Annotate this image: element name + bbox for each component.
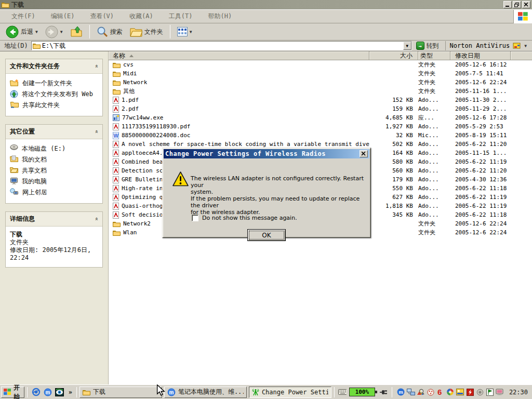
exe-icon: [113, 114, 119, 121]
file-row[interactable]: Network文件夹2005-12-6 22:24: [109, 78, 532, 87]
menu-edit[interactable]: 编辑(E): [44, 10, 82, 23]
close-button[interactable]: [522, 1, 530, 8]
sidebar-item[interactable]: 我的电脑: [10, 176, 99, 187]
dialog-title: Change Power Settings of Wireless Radios: [165, 150, 360, 157]
address-input[interactable]: [42, 42, 403, 49]
column-header-date[interactable]: 修改日期: [450, 51, 511, 60]
checkbox-label: Do not show this message again.: [202, 215, 297, 221]
speaker-icon[interactable]: [476, 388, 484, 396]
sidebar-item[interactable]: 本地磁盘 (E:): [10, 143, 99, 154]
ok-button[interactable]: OK: [247, 229, 286, 241]
dialog-message: The wireless LAN adapter is not configur…: [191, 175, 367, 216]
sidebar-item[interactable]: 将这个文件夹发布到 Web: [10, 89, 99, 100]
menu-favorites[interactable]: 收藏(A): [122, 10, 161, 23]
file-row[interactable]: 1117335199118930.pdf1,927 KBAdo...2005-5…: [109, 122, 532, 131]
panel-title: 文件和文件夹任务: [10, 62, 95, 71]
file-row[interactable]: W8850000000224008.doc32 KBMic...2005-8-1…: [109, 131, 532, 140]
column-header-name[interactable]: 名称: [109, 51, 369, 60]
address-bar: 地址(D) ▼ → 转到 Norton AntiVirus ▼: [0, 41, 532, 51]
taskbar-separator: [334, 387, 335, 397]
menu-help[interactable]: 帮助(H): [201, 10, 239, 23]
maxthon-tray-icon[interactable]: m: [397, 388, 405, 396]
panel-header-file-tasks[interactable]: 文件和文件夹任务»: [6, 59, 102, 74]
norton-lightning-icon[interactable]: [466, 388, 474, 396]
address-combo[interactable]: ▼: [31, 41, 412, 50]
file-row[interactable]: Midi文件夹2005-7-5 11:41: [109, 69, 532, 78]
menu-view[interactable]: 查看(V): [83, 10, 121, 23]
file-name: Combined beam: [122, 158, 166, 165]
file-row[interactable]: 1.pdf152 KBAdo...2005-11-30 2...: [109, 96, 532, 104]
red-six-icon[interactable]: 6: [436, 388, 445, 396]
network-computers-icon[interactable]: [407, 388, 415, 396]
back-icon: [6, 25, 19, 38]
task-button-notebook-doc[interactable]: m笔记本电脑使用、维...: [164, 387, 247, 398]
panel-header-other-places[interactable]: 其它位置»: [6, 125, 102, 139]
quick-launch-acdsee[interactable]: [55, 388, 64, 396]
start-button[interactable]: 开始: [1, 387, 24, 398]
column-header-size[interactable]: 大小: [369, 51, 418, 60]
panel-details: 详细信息»下载文件夹修改日期: 2005年12月6日,22:24: [5, 211, 103, 268]
color-magnifier-icon[interactable]: [417, 388, 425, 396]
back-dropdown-icon[interactable]: ▼: [35, 30, 38, 34]
task-button-change-power[interactable]: Change Power Settin...: [249, 387, 331, 398]
dialog-close-button[interactable]: [360, 150, 368, 157]
go-button[interactable]: → 转到: [415, 41, 442, 51]
panel-header-details[interactable]: 详细信息»: [6, 212, 102, 227]
sidebar-item[interactable]: 网上邻居: [10, 187, 99, 198]
sort-ascending-icon: [129, 55, 134, 57]
menu-tools[interactable]: 工具(T): [162, 10, 200, 23]
minimize-button[interactable]: [503, 1, 512, 8]
file-row[interactable]: cvs文件夹2005-12-6 16:12: [109, 60, 532, 69]
forward-button[interactable]: ▼: [43, 24, 65, 39]
dotted-ball-icon[interactable]: [427, 388, 435, 396]
maxthon-icon: m: [44, 388, 52, 396]
quick-launch-ie[interactable]: [32, 388, 41, 396]
dialog-titlebar[interactable]: Change Power Settings of Wireless Radios: [164, 149, 369, 158]
file-size-cell: 159 KB: [369, 104, 418, 113]
restore-button[interactable]: [513, 1, 521, 8]
wireless-icon: [252, 388, 259, 396]
task-button-downloads[interactable]: 下载: [79, 387, 162, 398]
norton-antivirus-menu[interactable]: Norton AntiVirus ▼: [445, 41, 531, 50]
do-not-show-checkbox[interactable]: [192, 215, 198, 221]
flag-monitor-icon[interactable]: [486, 388, 494, 396]
pdf-icon: [113, 194, 119, 201]
pdf-icon: [113, 176, 119, 183]
folders-button[interactable]: 文件夹: [127, 25, 166, 38]
up-button[interactable]: [68, 25, 85, 38]
views-button[interactable]: ▼: [175, 26, 195, 37]
views-dropdown-icon[interactable]: ▼: [190, 30, 192, 34]
sidebar-item-label: 本地磁盘 (E:): [22, 145, 65, 153]
battery-indicator[interactable]: 100%: [349, 388, 388, 396]
ac-plug-icon: [380, 389, 388, 395]
file-size-cell: 4,685 KB: [369, 113, 418, 122]
display-panel-icon[interactable]: [456, 388, 464, 396]
file-row[interactable]: 其他文件夹2005-11-16 1...: [109, 87, 532, 96]
sidebar-item[interactable]: 共享此文件夹: [10, 100, 99, 111]
back-button[interactable]: 后退 ▼: [3, 24, 41, 39]
file-name: 2.pdf: [122, 105, 139, 112]
file-name: 1.pdf: [122, 97, 139, 103]
norton-dropdown-icon[interactable]: ▼: [524, 44, 527, 48]
sidebar-item-label: 网上邻居: [22, 189, 47, 196]
keyboard-icon[interactable]: [338, 388, 347, 396]
folder-icon: [113, 62, 121, 68]
forward-dropdown-icon[interactable]: ▼: [60, 30, 63, 34]
sidebar-item[interactable]: 共享文档: [10, 165, 99, 176]
quick-launch-maxthon[interactable]: m: [44, 388, 52, 396]
menu-file[interactable]: 文件(F): [4, 10, 43, 23]
pdf-icon: [113, 203, 119, 210]
sidebar-item[interactable]: 创建一个新文件夹: [10, 78, 99, 89]
forward-icon: [45, 25, 58, 38]
color-swirl-icon[interactable]: [446, 388, 455, 396]
search-button[interactable]: 搜索: [94, 25, 125, 38]
quick-launch-more-button[interactable]: »: [67, 389, 74, 396]
file-row[interactable]: 2.pdf159 KBAdo...2005-11-29 2...: [109, 104, 532, 113]
file-row[interactable]: 77wc14ww.exe4,685 KB应...2005-12-6 17:28: [109, 113, 532, 122]
column-header-type[interactable]: 类型: [418, 51, 450, 60]
monitor-icon[interactable]: [496, 388, 504, 396]
menu-bar: 文件(F)编辑(E)查看(V)收藏(A)工具(T)帮助(H): [0, 10, 513, 23]
pdf-icon: [113, 150, 119, 157]
address-dropdown-icon[interactable]: ▼: [403, 42, 411, 50]
sidebar-item[interactable]: 我的文档: [10, 154, 99, 165]
